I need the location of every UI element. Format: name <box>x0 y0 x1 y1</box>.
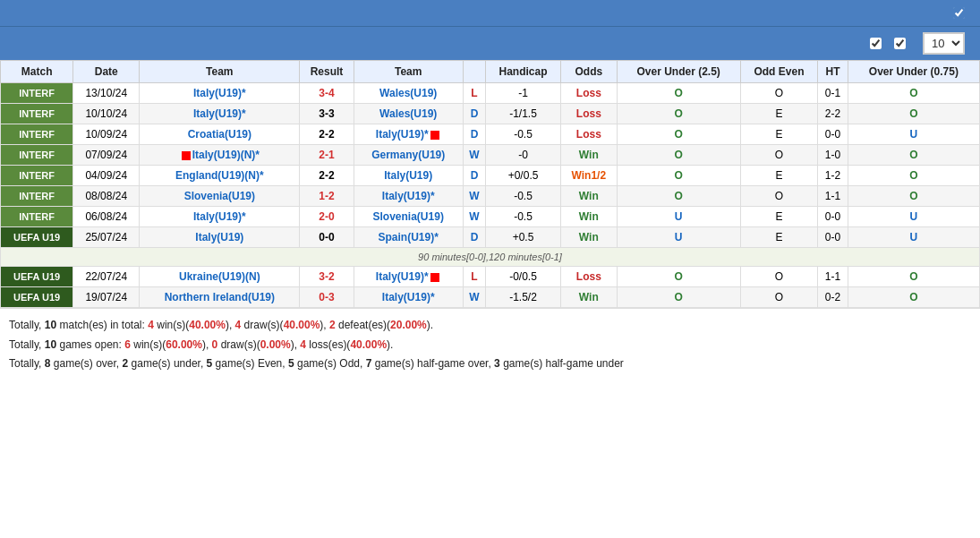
cell-wl: L <box>463 83 485 104</box>
cell-team1: Italy(U19)* <box>140 207 300 227</box>
red-card-icon <box>182 151 191 160</box>
cell-team1: Italy(U19)* <box>140 83 300 104</box>
cell-oe: O <box>740 287 818 308</box>
cell-wl: W <box>463 287 485 308</box>
cell-handicap: +0/0.5 <box>486 166 561 186</box>
cell-ou075: O <box>848 287 979 308</box>
cell-match-type: UEFA U19 <box>1 267 73 287</box>
cell-result: 3-3 <box>300 104 354 124</box>
cell-result: 1-2 <box>300 186 354 207</box>
col-result: Result <box>300 61 354 83</box>
cell-team2: Germany(U19) <box>354 145 463 166</box>
cell-handicap: -0.5 <box>486 207 561 227</box>
cell-wl: D <box>463 166 485 186</box>
cell-ou25: O <box>617 104 740 124</box>
col-odds: Odds <box>560 61 617 83</box>
cell-date: 19/07/24 <box>73 287 140 308</box>
cell-handicap: -1/1.5 <box>486 104 561 124</box>
cell-ou25: O <box>617 267 740 287</box>
cell-match-type: UEFA U19 <box>1 287 73 308</box>
interf-checkbox[interactable] <box>870 38 882 49</box>
cell-handicap: -0.5 <box>486 186 561 207</box>
scores-table: Match Date Team Result Team Handicap Odd… <box>0 60 980 308</box>
cell-team1: England(U19)(N)* <box>140 166 300 186</box>
cell-date: 04/09/24 <box>73 166 140 186</box>
cell-wl: D <box>463 104 485 124</box>
cell-ou25: O <box>617 186 740 207</box>
cell-ou25: O <box>617 287 740 308</box>
last-games-select[interactable]: 5 10 20 All <box>923 32 965 55</box>
cell-ht: 1-0 <box>818 145 848 166</box>
cell-ou25: O <box>617 124 740 145</box>
cell-date: 10/10/24 <box>73 104 140 124</box>
cell-team2: Italy(U19)* <box>354 186 463 207</box>
filter-uefa <box>894 38 909 49</box>
cell-wl: D <box>463 124 485 145</box>
cell-ht: 1-1 <box>818 267 848 287</box>
summary-section: Totally, 10 match(es) in total: 4 win(s)… <box>0 308 980 381</box>
cell-match-type: INTERF <box>1 207 73 227</box>
cell-oe: E <box>740 227 818 248</box>
cell-ht: 1-2 <box>818 166 848 186</box>
cell-ou25: O <box>617 83 740 104</box>
cell-team1: Italy(U19)* <box>140 104 300 124</box>
col-oe: Odd Even <box>740 61 818 83</box>
cell-match-type: INTERF <box>1 166 73 186</box>
cell-result: 0-3 <box>300 287 354 308</box>
cell-ou075: O <box>848 166 979 186</box>
cell-result: 2-0 <box>300 207 354 227</box>
cell-ht: 0-0 <box>818 207 848 227</box>
cell-handicap: +0.5 <box>486 227 561 248</box>
col-date: Date <box>73 61 140 83</box>
cell-ou075: O <box>848 145 979 166</box>
cell-odds: Win <box>560 186 617 207</box>
cell-team1: Italy(U19) <box>140 227 300 248</box>
cell-match-type: INTERF <box>1 124 73 145</box>
cell-team1: Croatia(U19) <box>140 124 300 145</box>
col-team1: Team <box>140 61 300 83</box>
cell-team1: Slovenia(U19) <box>140 186 300 207</box>
cell-handicap: -0.5 <box>486 124 561 145</box>
cell-handicap: -0/0.5 <box>486 267 561 287</box>
cell-odds: Loss <box>560 124 617 145</box>
cell-wl: L <box>463 267 485 287</box>
cell-result: 2-2 <box>300 124 354 145</box>
cell-wl: W <box>463 207 485 227</box>
cell-date: 22/07/24 <box>73 267 140 287</box>
cell-date: 25/07/24 <box>73 227 140 248</box>
cell-ou075: U <box>848 124 979 145</box>
col-ou25: Over Under (2.5) <box>617 61 740 83</box>
cell-result: 3-4 <box>300 83 354 104</box>
cell-ht: 0-2 <box>818 287 848 308</box>
cell-odds: Win <box>560 227 617 248</box>
header <box>0 0 980 26</box>
cell-match-type: INTERF <box>1 145 73 166</box>
display-notes-checkbox[interactable] <box>953 7 965 19</box>
red-card-icon <box>430 131 439 140</box>
cell-team1: Ukraine(U19)(N) <box>140 267 300 287</box>
cell-date: 07/09/24 <box>73 145 140 166</box>
summary-line: Totally, 10 games open: 6 win(s)(60.00%)… <box>9 336 971 355</box>
cell-result: 2-1 <box>300 145 354 166</box>
cell-wl: W <box>463 145 485 166</box>
cell-handicap: -1 <box>486 83 561 104</box>
cell-team2: Italy(U19) <box>354 166 463 186</box>
cell-result: 0-0 <box>300 227 354 248</box>
cell-ou075: U <box>848 227 979 248</box>
cell-handicap: -0 <box>486 145 561 166</box>
cell-team2: Italy(U19)* <box>354 287 463 308</box>
cell-wl: W <box>463 186 485 207</box>
cell-ou25: O <box>617 166 740 186</box>
cell-ht: 0-1 <box>818 83 848 104</box>
cell-oe: E <box>740 124 818 145</box>
cell-result: 2-2 <box>300 166 354 186</box>
cell-match-type: UEFA U19 <box>1 227 73 248</box>
uefa-checkbox[interactable] <box>894 38 906 49</box>
cell-date: 13/10/24 <box>73 83 140 104</box>
cell-team1: Northern Ireland(U19) <box>140 287 300 308</box>
summary-line: Totally, 8 game(s) over, 2 game(s) under… <box>9 354 971 374</box>
cell-odds: Loss <box>560 83 617 104</box>
col-handicap: Handicap <box>486 61 561 83</box>
col-ou075: Over Under (0.75) <box>848 61 979 83</box>
cell-ht: 0-0 <box>818 227 848 248</box>
